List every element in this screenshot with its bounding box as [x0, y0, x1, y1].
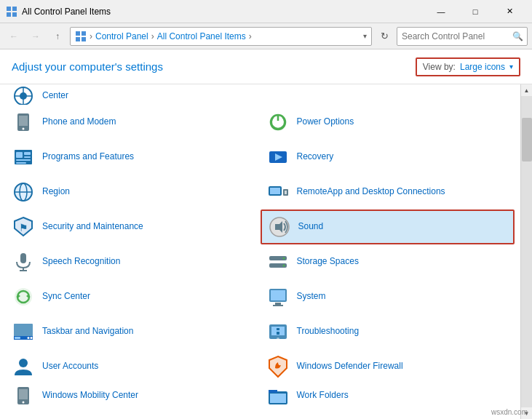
forward-button[interactable]: →	[26, 27, 45, 46]
sync-icon	[12, 285, 35, 308]
svg-point-43	[282, 258, 285, 260]
list-item[interactable]: Storage Spaces	[261, 244, 515, 279]
item-label: Power Options	[297, 116, 354, 128]
svg-rect-51	[273, 305, 283, 306]
item-label: Troubleshooting	[297, 326, 360, 338]
phone-icon	[12, 111, 35, 134]
svg-point-14	[23, 128, 25, 130]
svg-rect-50	[275, 303, 281, 305]
svg-rect-70	[270, 394, 286, 403]
list-item[interactable]: RemoteApp and Desktop Connections	[261, 175, 515, 210]
svg-rect-18	[16, 152, 23, 158]
svg-rect-49	[271, 290, 285, 300]
item-label: Center	[42, 90, 68, 102]
svg-point-44	[282, 265, 285, 267]
list-item[interactable]: Recovery	[261, 140, 515, 175]
scroll-up-button[interactable]: ▲	[521, 84, 533, 96]
close-button[interactable]: ✕	[493, 0, 526, 23]
search-input[interactable]	[397, 27, 528, 46]
view-by-selector[interactable]: View by: Large icons ▾	[416, 57, 520, 76]
firewall-icon	[266, 355, 290, 378]
svg-point-67	[23, 402, 25, 404]
svg-rect-38	[20, 253, 26, 263]
svg-rect-30	[270, 188, 280, 194]
list-item[interactable]: Sync Center	[6, 279, 261, 314]
list-item[interactable]: System	[261, 279, 515, 314]
scrollbar-thumb[interactable]	[522, 118, 532, 161]
breadcrumb-dropdown-icon[interactable]: ▾	[363, 32, 367, 40]
item-label: Region	[42, 186, 70, 198]
list-item[interactable]: Phone and Modem	[6, 105, 261, 140]
content-header: Adjust your computer's settings View by:…	[0, 49, 532, 84]
svg-rect-6	[76, 37, 80, 41]
window-controls: — □ ✕	[424, 0, 526, 23]
item-label: Taskbar and Navigation	[42, 326, 133, 338]
item-label: Security and Maintenance	[42, 221, 143, 233]
scrollbar-track[interactable]	[521, 96, 533, 407]
breadcrumb-bar: › Control Panel › All Control Panel Item…	[70, 27, 372, 46]
list-item[interactable]: Speech Recognition	[6, 244, 261, 279]
item-label: User Accounts	[42, 361, 98, 372]
item-label: Windows Mobility Center	[42, 390, 138, 402]
list-item[interactable]: Troubleshooting	[261, 314, 515, 349]
up-button[interactable]: ↑	[48, 27, 67, 46]
title-bar: All Control Panel Items — □ ✕	[0, 0, 532, 23]
svg-rect-21	[16, 159, 31, 161]
taskbar-icon	[12, 320, 35, 343]
scrollbar[interactable]: ▲ ▼	[520, 84, 532, 419]
view-by-value: Large icons	[460, 62, 505, 72]
back-button[interactable]: ←	[4, 27, 23, 46]
item-label: Recovery	[297, 151, 334, 163]
svg-rect-1	[12, 7, 17, 11]
svg-point-55	[31, 337, 33, 339]
list-item[interactable]: Region	[6, 175, 261, 210]
breadcrumb-sep-3: ›	[249, 31, 252, 41]
programs-icon	[12, 145, 35, 169]
breadcrumb-sep-2: ›	[151, 31, 154, 41]
breadcrumb-control-panel[interactable]: Control Panel	[95, 31, 148, 41]
svg-rect-20	[24, 156, 31, 158]
svg-rect-3	[12, 12, 17, 17]
svg-rect-5	[82, 31, 86, 36]
security-icon: ⚑	[12, 215, 35, 239]
page-title: Adjust your computer's settings	[12, 60, 163, 73]
list-item[interactable]: Power Options	[261, 105, 515, 140]
sound-item[interactable]: Sound	[261, 210, 515, 244]
list-item[interactable]: ⚑ Security and Maintenance	[6, 210, 261, 244]
item-label: Sound	[298, 221, 324, 233]
main-content-area: Center Phone and Modem Power Op	[0, 84, 532, 419]
list-item[interactable]: Center	[6, 86, 261, 105]
search-wrapper: 🔍	[397, 27, 528, 46]
view-by-label: View by:	[423, 62, 456, 72]
refresh-button[interactable]: ↻	[375, 27, 394, 46]
svg-rect-4	[76, 31, 80, 36]
list-item[interactable]: Windows Mobility Center	[6, 384, 261, 407]
item-label: RemoteApp and Desktop Connections	[297, 186, 445, 198]
svg-text:⚑: ⚑	[19, 222, 28, 234]
network-icon	[12, 86, 35, 105]
maximize-button[interactable]: □	[458, 0, 492, 23]
list-item[interactable]: Work Folders	[261, 384, 515, 407]
view-by-arrow-icon: ▾	[509, 63, 513, 71]
trouble-icon	[266, 320, 290, 343]
list-item[interactable]: Taskbar and Navigation	[6, 314, 261, 349]
list-item[interactable]: Windows Defender Firewall	[261, 349, 515, 384]
items-scroll-area[interactable]: Center Phone and Modem Power Op	[0, 84, 520, 419]
item-label: Speech Recognition	[42, 256, 120, 268]
item-label: Programs and Features	[42, 151, 134, 163]
minimize-button[interactable]: —	[424, 0, 458, 23]
watermark: wsxdn.com	[491, 408, 528, 416]
svg-rect-22	[16, 162, 26, 164]
svg-rect-13	[19, 116, 28, 126]
svg-rect-61	[277, 328, 279, 330]
svg-point-62	[19, 359, 28, 367]
item-label: Phone and Modem	[42, 116, 116, 128]
item-label: Windows Defender Firewall	[297, 361, 403, 372]
svg-rect-60	[277, 332, 279, 335]
list-item[interactable]: Programs and Features	[6, 140, 261, 175]
svg-rect-69	[269, 390, 277, 393]
speech-icon	[12, 250, 35, 274]
breadcrumb-icon	[75, 31, 87, 42]
list-item[interactable]: User Accounts	[6, 349, 261, 384]
breadcrumb-all-items[interactable]: All Control Panel Items	[157, 31, 246, 41]
